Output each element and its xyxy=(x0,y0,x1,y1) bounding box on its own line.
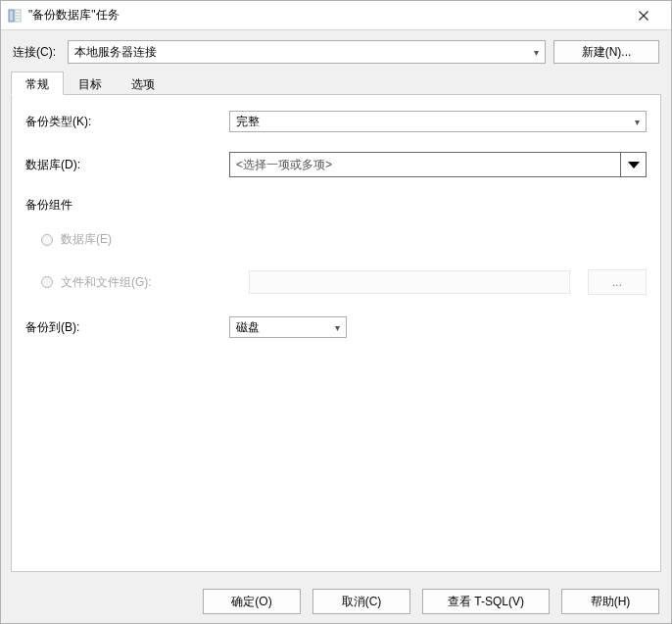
new-connection-label: 新建(N)... xyxy=(582,44,632,61)
backup-to-value: 磁盘 xyxy=(236,319,260,336)
new-connection-button[interactable]: 新建(N)... xyxy=(553,40,659,64)
backup-component-label: 备份组件 xyxy=(25,197,647,214)
help-label: 帮助(H) xyxy=(591,594,631,610)
view-tsql-label: 查看 T-SQL(V) xyxy=(448,594,524,610)
close-button[interactable] xyxy=(624,2,663,29)
filegroup-input xyxy=(249,270,570,294)
radio-database-label: 数据库(E) xyxy=(61,231,112,248)
tab-options-label: 选项 xyxy=(131,77,155,91)
cancel-button[interactable]: 取消(C) xyxy=(312,589,410,614)
connection-value: 本地服务器连接 xyxy=(74,44,157,61)
ellipsis-icon: ... xyxy=(612,275,622,289)
window-title: "备份数据库"任务 xyxy=(28,7,624,24)
tab-general-label: 常规 xyxy=(25,77,49,91)
help-button[interactable]: 帮助(H) xyxy=(561,589,659,614)
backup-to-select[interactable]: 磁盘 ▾ xyxy=(229,316,347,338)
tab-destination-label: 目标 xyxy=(78,77,102,91)
svg-rect-0 xyxy=(9,10,14,22)
connection-label: 连接(C): xyxy=(13,44,60,61)
filegroup-browse-button: ... xyxy=(588,269,647,295)
titlebar: "备份数据库"任务 xyxy=(1,1,671,30)
backup-type-select[interactable]: 完整 ▾ xyxy=(229,111,647,132)
backup-type-label: 备份类型(K): xyxy=(25,114,229,130)
tab-strip: 常规 目标 选项 xyxy=(1,72,671,95)
radio-database xyxy=(41,234,53,246)
ok-label: 确定(O) xyxy=(231,594,271,610)
backup-to-label: 备份到(B): xyxy=(25,319,229,336)
footer: 确定(O) 取消(C) 查看 T-SQL(V) 帮助(H) xyxy=(1,580,671,623)
database-placeholder: <选择一项或多项> xyxy=(230,153,620,176)
chevron-down-icon: ▾ xyxy=(534,47,539,58)
database-multiselect[interactable]: <选择一项或多项> xyxy=(229,152,647,177)
chevron-down-icon: ▾ xyxy=(335,322,340,333)
tab-destination[interactable]: 目标 xyxy=(64,72,117,95)
database-row: 数据库(D): <选择一项或多项> xyxy=(25,152,647,177)
backup-type-row: 备份类型(K): 完整 ▾ xyxy=(25,111,647,132)
ok-button[interactable]: 确定(O) xyxy=(203,589,301,614)
radio-filegroup-row: 文件和文件组(G): ... xyxy=(25,269,647,295)
backup-to-row: 备份到(B): 磁盘 ▾ xyxy=(25,316,647,338)
cancel-label: 取消(C) xyxy=(342,594,382,610)
close-icon xyxy=(639,11,648,21)
dialog-window: "备份数据库"任务 连接(C): 本地服务器连接 ▾ 新建(N)... 常规 目… xyxy=(0,0,672,624)
tab-general[interactable]: 常规 xyxy=(11,72,64,95)
backup-type-value: 完整 xyxy=(236,114,260,130)
view-tsql-button[interactable]: 查看 T-SQL(V) xyxy=(422,589,550,614)
radio-filegroup-label: 文件和文件组(G): xyxy=(61,274,249,291)
database-dropdown-arrow[interactable] xyxy=(620,153,646,176)
connection-row: 连接(C): 本地服务器连接 ▾ 新建(N)... xyxy=(1,30,671,72)
connection-select[interactable]: 本地服务器连接 ▾ xyxy=(68,40,546,64)
app-icon xyxy=(7,8,23,24)
triangle-down-icon xyxy=(628,162,640,168)
database-label: 数据库(D): xyxy=(25,157,229,173)
tab-options[interactable]: 选项 xyxy=(117,72,169,95)
chevron-down-icon: ▾ xyxy=(635,117,640,127)
radio-database-row: 数据库(E) xyxy=(25,231,647,248)
radio-filegroup xyxy=(41,276,53,288)
tab-body-general: 备份类型(K): 完整 ▾ 数据库(D): <选择一项或多项> 备份组件 xyxy=(11,95,661,572)
